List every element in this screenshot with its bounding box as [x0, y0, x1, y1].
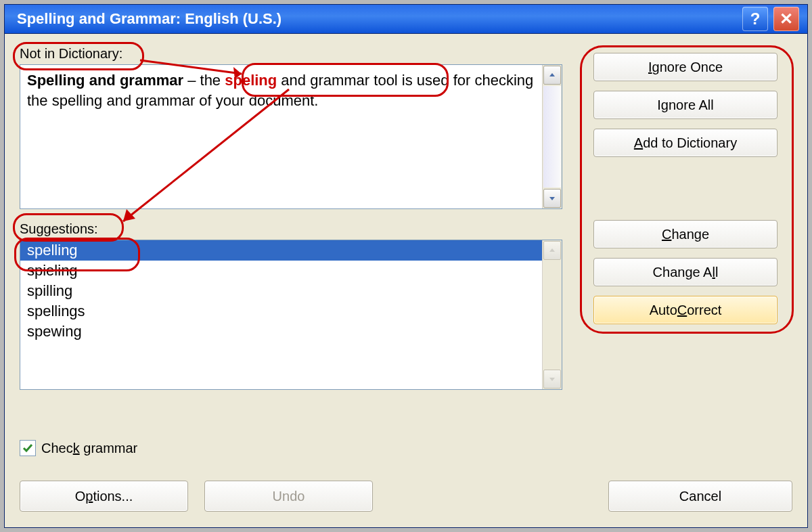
close-icon: ✕: [780, 9, 793, 28]
cancel-label: Cancel: [679, 489, 721, 504]
help-button[interactable]: ?: [742, 7, 768, 31]
change-button[interactable]: Change: [593, 220, 777, 248]
btn-label: gnore Once: [652, 60, 723, 74]
list-item[interactable]: spieling: [20, 261, 542, 281]
context-textbox[interactable]: Spelling and grammar – the speling and g…: [20, 64, 562, 209]
cancel-button[interactable]: Cancel: [608, 481, 792, 512]
misspelled-word: speling: [225, 72, 277, 89]
scroll-down-icon[interactable]: [543, 189, 561, 208]
spelling-grammar-dialog: Spelling and Grammar: English (U.S.) ? ✕…: [4, 4, 808, 528]
textbox-scrollbar[interactable]: [542, 65, 562, 208]
list-item[interactable]: spelling: [20, 240, 542, 261]
change-all-button[interactable]: Change All: [593, 258, 777, 286]
context-bold: Spelling and grammar: [27, 72, 183, 89]
list-item[interactable]: spellings: [20, 301, 542, 322]
check-grammar-checkbox[interactable]: [20, 440, 36, 456]
options-button[interactable]: Options...: [20, 481, 188, 512]
autocorrect-button[interactable]: AutoCorrect: [593, 296, 777, 324]
ignore-all-button[interactable]: Ignore All: [593, 91, 777, 119]
context-pre: – the: [183, 72, 225, 89]
ignore-once-button[interactable]: Ignore Once: [593, 53, 777, 81]
window-title: Spelling and Grammar: English (U.S.): [17, 10, 281, 28]
list-item[interactable]: spilling: [20, 281, 542, 301]
undo-label: Undo: [273, 489, 305, 504]
title-bar[interactable]: Spelling and Grammar: English (U.S.) ? ✕: [5, 5, 807, 34]
scroll-down-icon: [543, 370, 561, 389]
list-item[interactable]: spewing: [20, 322, 542, 342]
undo-button: Undo: [204, 481, 373, 512]
suggestions-listbox[interactable]: spelling spieling spilling spellings spe…: [20, 240, 562, 390]
scroll-up-icon: [543, 241, 561, 260]
add-to-dictionary-button[interactable]: Add to Dictionary: [593, 129, 777, 157]
scroll-up-icon[interactable]: [543, 66, 561, 85]
help-icon: ?: [750, 9, 761, 28]
listbox-scrollbar: [542, 240, 562, 389]
close-button[interactable]: ✕: [773, 7, 799, 31]
